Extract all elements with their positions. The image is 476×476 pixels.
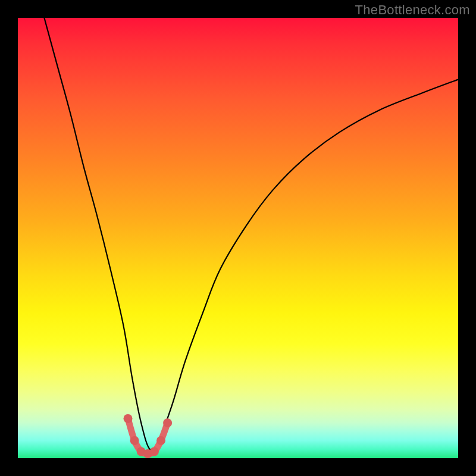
optimal-marker-dot (156, 436, 165, 445)
watermark-text: TheBottleneck.com (355, 2, 470, 18)
optimal-marker-dot (163, 418, 172, 427)
bottleneck-curve (44, 18, 458, 450)
curve-svg (18, 18, 458, 458)
optimal-marker-dot (150, 447, 159, 456)
chart-plot-area (18, 18, 458, 458)
optimal-marker-dot (124, 414, 133, 423)
chart-frame: TheBottleneck.com (0, 0, 476, 476)
optimal-marker-dot (130, 436, 139, 445)
